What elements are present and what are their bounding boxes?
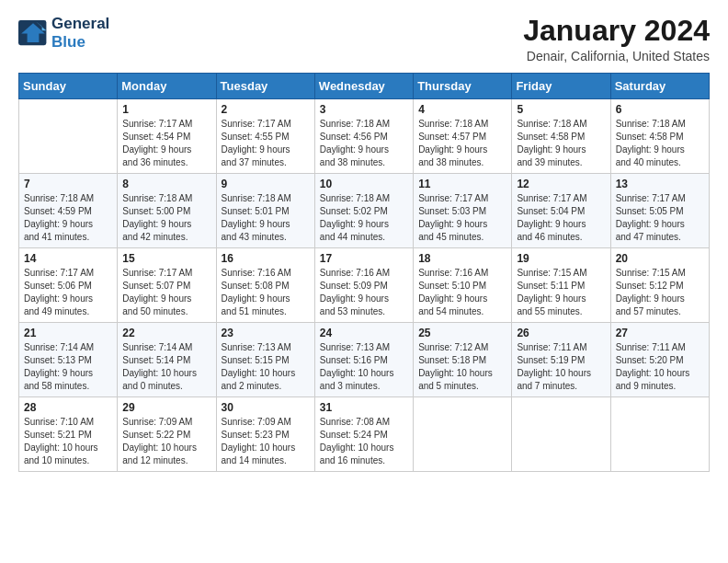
day-number: 23 <box>222 327 310 339</box>
day-number: 2 <box>222 103 310 116</box>
day-info: Sunrise: 7:18 AM Sunset: 4:58 PM Dayligh… <box>517 118 605 169</box>
day-number: 10 <box>320 178 408 190</box>
calendar-cell: 31Sunrise: 7:08 AM Sunset: 5:24 PM Dayli… <box>314 397 413 472</box>
calendar-cell <box>512 397 610 472</box>
day-number: 13 <box>616 178 704 190</box>
day-number: 9 <box>222 178 310 190</box>
calendar-table: SundayMondayTuesdayWednesdayThursdayFrid… <box>18 73 710 472</box>
calendar-cell: 18Sunrise: 7:16 AM Sunset: 5:10 PM Dayli… <box>414 248 512 323</box>
day-number: 15 <box>122 252 210 265</box>
weekday-header-monday: Monday <box>118 74 216 99</box>
calendar-cell: 24Sunrise: 7:13 AM Sunset: 5:16 PM Dayli… <box>314 323 413 397</box>
day-info: Sunrise: 7:17 AM Sunset: 5:07 PM Dayligh… <box>122 267 210 318</box>
day-number: 21 <box>24 327 112 339</box>
day-number: 22 <box>122 327 210 339</box>
logo-icon <box>18 20 48 46</box>
day-number: 26 <box>517 327 605 339</box>
calendar-cell: 2Sunrise: 7:17 AM Sunset: 4:55 PM Daylig… <box>216 99 314 174</box>
calendar-week-row: 21Sunrise: 7:14 AM Sunset: 5:13 PM Dayli… <box>19 323 710 397</box>
day-number: 17 <box>320 252 408 265</box>
day-number: 4 <box>418 103 506 116</box>
calendar-cell: 26Sunrise: 7:11 AM Sunset: 5:19 PM Dayli… <box>512 323 610 397</box>
day-number: 30 <box>222 401 310 414</box>
calendar-cell: 27Sunrise: 7:11 AM Sunset: 5:20 PM Dayli… <box>610 323 709 397</box>
weekday-header-row: SundayMondayTuesdayWednesdayThursdayFrid… <box>19 74 710 99</box>
calendar-cell: 29Sunrise: 7:09 AM Sunset: 5:22 PM Dayli… <box>118 397 216 472</box>
day-number: 27 <box>616 327 704 339</box>
day-info: Sunrise: 7:14 AM Sunset: 5:13 PM Dayligh… <box>24 341 112 393</box>
day-info: Sunrise: 7:17 AM Sunset: 5:05 PM Dayligh… <box>616 192 704 244</box>
logo-text: General Blue <box>51 15 109 52</box>
day-info: Sunrise: 7:16 AM Sunset: 5:09 PM Dayligh… <box>320 267 408 318</box>
weekday-header-wednesday: Wednesday <box>314 74 413 99</box>
calendar-cell: 8Sunrise: 7:18 AM Sunset: 5:00 PM Daylig… <box>118 174 216 248</box>
day-info: Sunrise: 7:18 AM Sunset: 4:56 PM Dayligh… <box>320 118 408 169</box>
day-number: 8 <box>122 178 210 190</box>
day-info: Sunrise: 7:17 AM Sunset: 5:03 PM Dayligh… <box>418 192 506 244</box>
weekday-header-thursday: Thursday <box>414 74 512 99</box>
weekday-header-saturday: Saturday <box>610 74 709 99</box>
day-info: Sunrise: 7:17 AM Sunset: 5:06 PM Dayligh… <box>24 267 112 318</box>
logo: General Blue <box>18 15 109 52</box>
day-info: Sunrise: 7:17 AM Sunset: 4:55 PM Dayligh… <box>222 118 310 169</box>
day-info: Sunrise: 7:18 AM Sunset: 5:00 PM Dayligh… <box>122 192 210 244</box>
day-number: 31 <box>320 401 408 414</box>
day-info: Sunrise: 7:16 AM Sunset: 5:10 PM Dayligh… <box>418 267 506 318</box>
calendar-cell: 3Sunrise: 7:18 AM Sunset: 4:56 PM Daylig… <box>314 99 413 174</box>
day-info: Sunrise: 7:18 AM Sunset: 4:57 PM Dayligh… <box>418 118 506 169</box>
calendar-cell <box>19 99 118 174</box>
calendar-cell: 14Sunrise: 7:17 AM Sunset: 5:06 PM Dayli… <box>19 248 118 323</box>
day-number: 29 <box>122 401 210 414</box>
calendar-cell: 9Sunrise: 7:18 AM Sunset: 5:01 PM Daylig… <box>216 174 314 248</box>
title-block: January 2024 Denair, California, United … <box>523 15 710 63</box>
calendar-cell: 16Sunrise: 7:16 AM Sunset: 5:08 PM Dayli… <box>216 248 314 323</box>
month-title: January 2024 <box>523 15 710 47</box>
day-number: 11 <box>418 178 506 190</box>
calendar-cell: 15Sunrise: 7:17 AM Sunset: 5:07 PM Dayli… <box>118 248 216 323</box>
day-info: Sunrise: 7:08 AM Sunset: 5:24 PM Dayligh… <box>320 416 408 467</box>
day-number: 18 <box>418 252 506 265</box>
day-number: 14 <box>24 252 112 265</box>
calendar-week-row: 7Sunrise: 7:18 AM Sunset: 4:59 PM Daylig… <box>19 174 710 248</box>
calendar-cell: 28Sunrise: 7:10 AM Sunset: 5:21 PM Dayli… <box>19 397 118 472</box>
day-info: Sunrise: 7:13 AM Sunset: 5:15 PM Dayligh… <box>222 341 310 393</box>
day-info: Sunrise: 7:09 AM Sunset: 5:23 PM Dayligh… <box>222 416 310 467</box>
calendar-week-row: 1Sunrise: 7:17 AM Sunset: 4:54 PM Daylig… <box>19 99 710 174</box>
calendar-cell: 21Sunrise: 7:14 AM Sunset: 5:13 PM Dayli… <box>19 323 118 397</box>
calendar-cell: 12Sunrise: 7:17 AM Sunset: 5:04 PM Dayli… <box>512 174 610 248</box>
day-number: 28 <box>24 401 112 414</box>
weekday-header-sunday: Sunday <box>19 74 118 99</box>
calendar-week-row: 14Sunrise: 7:17 AM Sunset: 5:06 PM Dayli… <box>19 248 710 323</box>
day-number: 12 <box>517 178 605 190</box>
day-info: Sunrise: 7:15 AM Sunset: 5:12 PM Dayligh… <box>616 267 704 318</box>
calendar-cell: 23Sunrise: 7:13 AM Sunset: 5:15 PM Dayli… <box>216 323 314 397</box>
calendar-cell: 6Sunrise: 7:18 AM Sunset: 4:58 PM Daylig… <box>610 99 709 174</box>
day-info: Sunrise: 7:18 AM Sunset: 4:59 PM Dayligh… <box>24 192 112 244</box>
calendar-cell: 5Sunrise: 7:18 AM Sunset: 4:58 PM Daylig… <box>512 99 610 174</box>
day-info: Sunrise: 7:09 AM Sunset: 5:22 PM Dayligh… <box>122 416 210 467</box>
calendar-cell: 7Sunrise: 7:18 AM Sunset: 4:59 PM Daylig… <box>19 174 118 248</box>
day-number: 16 <box>222 252 310 265</box>
calendar-cell: 13Sunrise: 7:17 AM Sunset: 5:05 PM Dayli… <box>610 174 709 248</box>
day-info: Sunrise: 7:17 AM Sunset: 5:04 PM Dayligh… <box>517 192 605 244</box>
day-info: Sunrise: 7:18 AM Sunset: 4:58 PM Dayligh… <box>616 118 704 169</box>
day-info: Sunrise: 7:10 AM Sunset: 5:21 PM Dayligh… <box>24 416 112 467</box>
calendar-cell: 22Sunrise: 7:14 AM Sunset: 5:14 PM Dayli… <box>118 323 216 397</box>
weekday-header-tuesday: Tuesday <box>216 74 314 99</box>
calendar-cell: 4Sunrise: 7:18 AM Sunset: 4:57 PM Daylig… <box>414 99 512 174</box>
calendar-cell: 11Sunrise: 7:17 AM Sunset: 5:03 PM Dayli… <box>414 174 512 248</box>
location: Denair, California, United States <box>523 49 710 63</box>
day-info: Sunrise: 7:15 AM Sunset: 5:11 PM Dayligh… <box>517 267 605 318</box>
day-number: 7 <box>24 178 112 190</box>
weekday-header-friday: Friday <box>512 74 610 99</box>
day-info: Sunrise: 7:11 AM Sunset: 5:20 PM Dayligh… <box>616 341 704 393</box>
day-number: 3 <box>320 103 408 116</box>
calendar-cell: 1Sunrise: 7:17 AM Sunset: 4:54 PM Daylig… <box>118 99 216 174</box>
calendar-cell: 19Sunrise: 7:15 AM Sunset: 5:11 PM Dayli… <box>512 248 610 323</box>
day-info: Sunrise: 7:13 AM Sunset: 5:16 PM Dayligh… <box>320 341 408 393</box>
day-number: 24 <box>320 327 408 339</box>
day-info: Sunrise: 7:18 AM Sunset: 5:02 PM Dayligh… <box>320 192 408 244</box>
day-number: 5 <box>517 103 605 116</box>
calendar-cell: 30Sunrise: 7:09 AM Sunset: 5:23 PM Dayli… <box>216 397 314 472</box>
day-info: Sunrise: 7:17 AM Sunset: 4:54 PM Dayligh… <box>122 118 210 169</box>
